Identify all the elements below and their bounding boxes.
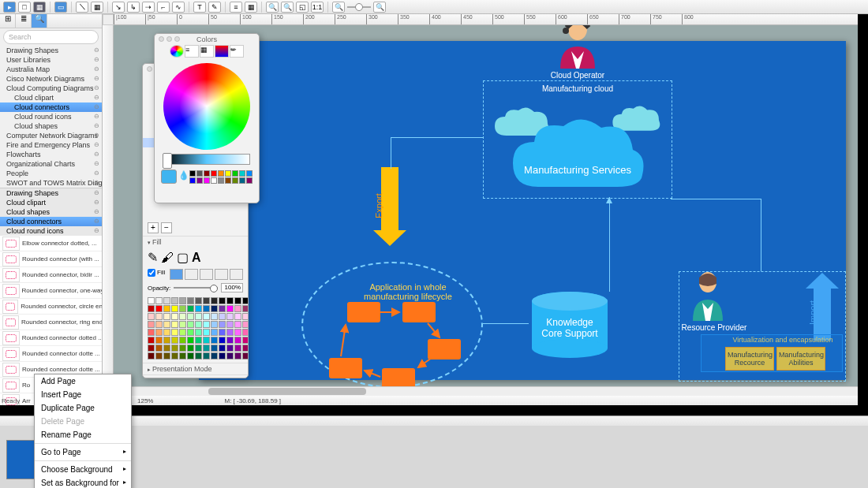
tb-conn2-icon[interactable]: ∿ xyxy=(172,2,185,13)
fill-solid-tab[interactable] xyxy=(170,269,183,280)
palette-swatch[interactable] xyxy=(171,345,178,352)
palette-swatch[interactable] xyxy=(171,313,178,320)
palette-swatch[interactable] xyxy=(219,305,226,312)
connector-item[interactable]: Rounded connector (with ... xyxy=(0,251,102,267)
fill-linear-tab[interactable] xyxy=(185,269,198,280)
palette-swatch[interactable] xyxy=(187,321,194,328)
mini-swatch[interactable] xyxy=(196,177,203,184)
palette-swatch[interactable] xyxy=(148,297,155,304)
fill-checkbox[interactable] xyxy=(148,269,155,277)
menu-item[interactable]: Insert Page xyxy=(35,388,131,401)
palette-swatch[interactable] xyxy=(242,352,249,359)
lib-tree-item[interactable]: Fire and Emergency Plans xyxy=(0,140,102,150)
palette-swatch[interactable] xyxy=(163,321,170,328)
tb-zoom-icon[interactable]: 🔍 xyxy=(332,2,345,13)
wheel-tab-icon[interactable] xyxy=(170,45,184,58)
palette-swatch[interactable] xyxy=(234,305,241,312)
palette-swatch[interactable] xyxy=(187,313,194,320)
palette-swatch[interactable] xyxy=(187,337,194,344)
tb-zoom2-icon[interactable]: 🔍 xyxy=(373,2,386,13)
lib-tree-item[interactable]: Australia Map xyxy=(0,65,102,74)
palette-swatch[interactable] xyxy=(155,297,163,304)
menu-item[interactable]: Set as Background for xyxy=(35,476,131,488)
palette-swatch[interactable] xyxy=(171,329,178,336)
mini-swatch[interactable] xyxy=(246,170,253,177)
palette-swatch[interactable] xyxy=(195,337,202,344)
horizontal-scrollbar[interactable] xyxy=(114,386,858,396)
fill-image-tab[interactable] xyxy=(230,269,243,280)
palette-swatch[interactable] xyxy=(148,345,155,352)
current-color-swatch[interactable] xyxy=(161,169,177,184)
palette-swatch[interactable] xyxy=(219,329,226,336)
fill-section[interactable]: Fill xyxy=(143,236,248,248)
lib-tree-item[interactable]: Cloud connectors xyxy=(0,102,102,112)
palette-swatch[interactable] xyxy=(155,337,163,344)
palette-swatch[interactable] xyxy=(219,297,226,304)
lib-tab-tree-icon[interactable]: ≣ xyxy=(16,14,32,28)
crayons-tab-icon[interactable]: ✏ xyxy=(230,45,244,58)
palette-swatch[interactable] xyxy=(219,337,226,344)
palette-swatch[interactable] xyxy=(242,297,249,304)
open-lib-item[interactable]: Drawing Shapes xyxy=(0,188,102,198)
tb-arrow1-icon[interactable]: ↘ xyxy=(112,2,125,13)
tb-conn1-icon[interactable]: ⌐ xyxy=(157,2,170,13)
tb-fit-icon[interactable]: ◱ xyxy=(296,2,309,13)
tb-select-icon[interactable]: □ xyxy=(18,2,31,13)
palette-swatch[interactable] xyxy=(187,352,194,359)
eyedropper-icon[interactable]: 💧 xyxy=(178,170,188,183)
insp-close-icon[interactable] xyxy=(147,66,152,72)
palette-swatch[interactable] xyxy=(148,337,155,344)
lib-tab-grid-icon[interactable]: ⊞ xyxy=(0,14,16,28)
lib-tree-item[interactable]: People xyxy=(0,169,102,178)
menu-item[interactable]: Rename Page xyxy=(35,428,131,441)
tb-text-icon[interactable]: T xyxy=(193,2,206,13)
palette-swatch[interactable] xyxy=(148,305,155,312)
sliders-tab-icon[interactable]: ≡ xyxy=(185,45,199,58)
palette-swatch[interactable] xyxy=(179,337,186,344)
lib-tree-item[interactable]: Cloud round icons xyxy=(0,112,102,121)
palette-swatch[interactable] xyxy=(211,313,218,320)
palette-swatch[interactable] xyxy=(187,297,194,304)
palette-swatch[interactable] xyxy=(211,345,218,352)
palette-swatch[interactable] xyxy=(171,305,178,312)
mini-swatch[interactable] xyxy=(218,177,224,184)
mini-swatch[interactable] xyxy=(225,170,231,177)
palette-swatch[interactable] xyxy=(226,313,234,320)
palette-swatch[interactable] xyxy=(195,321,202,328)
palette-swatch[interactable] xyxy=(155,329,163,336)
palette-swatch[interactable] xyxy=(163,329,170,336)
palette-swatch[interactable] xyxy=(195,329,202,336)
hypernote-section[interactable]: Hypernote xyxy=(143,374,248,378)
palette-swatch[interactable] xyxy=(203,329,210,336)
palette-swatch[interactable] xyxy=(171,297,178,304)
palette-swatch[interactable] xyxy=(195,352,202,359)
tb-layers-icon[interactable]: ≡ xyxy=(230,2,242,13)
palette-swatch[interactable] xyxy=(163,305,170,312)
mini-swatch[interactable] xyxy=(204,170,210,177)
palette-swatch[interactable] xyxy=(179,329,186,336)
palette-swatch[interactable] xyxy=(211,329,218,336)
fill-pattern-tab[interactable] xyxy=(215,269,228,280)
palette-swatch[interactable] xyxy=(203,345,210,352)
palette-swatch[interactable] xyxy=(211,321,218,328)
mini-swatch[interactable] xyxy=(239,170,245,177)
mini-swatch[interactable] xyxy=(246,177,253,184)
palette-swatch[interactable] xyxy=(171,337,178,344)
hscroll-thumb[interactable] xyxy=(208,388,366,395)
connector-item[interactable]: Rounded connector, bidir ... xyxy=(0,267,102,283)
palette-swatch[interactable] xyxy=(155,305,163,312)
lib-tree-item[interactable]: Cloud shapes xyxy=(0,121,102,131)
mini-swatch[interactable] xyxy=(211,170,217,177)
palette-swatch[interactable] xyxy=(171,352,178,359)
tb-note-icon[interactable]: ✎ xyxy=(208,2,221,13)
tb-page-icon[interactable]: ▭ xyxy=(54,2,67,13)
tb-table-icon[interactable]: ▦ xyxy=(91,2,103,13)
tb-guides-icon[interactable]: ▦ xyxy=(245,2,257,13)
open-lib-item[interactable]: Cloud connectors xyxy=(0,217,102,226)
palette-swatch[interactable] xyxy=(242,329,249,336)
open-lib-item[interactable]: Cloud clipart xyxy=(0,198,102,207)
palette-swatch[interactable] xyxy=(203,337,210,344)
palette-swatch[interactable] xyxy=(195,297,202,304)
colors-panel[interactable]: Colors ≡ ▦ ✏ 💧 xyxy=(154,33,260,203)
palette-swatch[interactable] xyxy=(242,313,249,320)
